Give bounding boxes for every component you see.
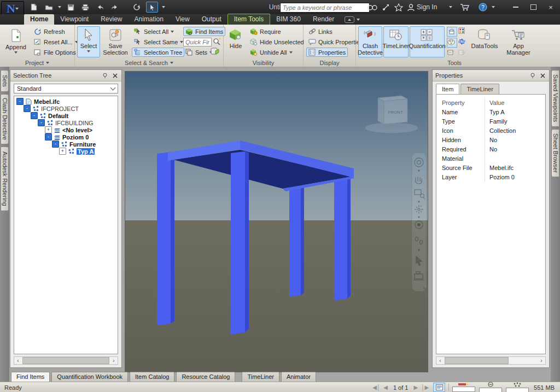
property-row-icon[interactable]: IconCollection xyxy=(436,126,545,135)
tools-small-button-6[interactable] xyxy=(458,49,467,57)
tab-timeliner[interactable]: TimeLiner xyxy=(460,84,499,94)
tree-item-ifcbuilding[interactable]: - IFCBUILDING xyxy=(14,119,118,126)
unhide-all-button[interactable]: Unhide All xyxy=(248,48,295,57)
tree-item-mebel-ifc[interactable]: - Mebel.ifc xyxy=(14,98,118,105)
table-leg-back-left[interactable] xyxy=(289,180,301,297)
select-search-group-label[interactable]: Select & Search xyxy=(75,59,223,67)
help-button[interactable]: ? xyxy=(479,3,487,11)
collapse-icon[interactable]: - xyxy=(31,112,38,119)
pin-icon[interactable] xyxy=(101,72,109,79)
reset-all-button[interactable]: Reset All... xyxy=(32,37,80,46)
app-manager-button[interactable]: App Manager xyxy=(503,26,534,57)
print-button[interactable] xyxy=(80,2,91,12)
select-tool-button[interactable] xyxy=(146,2,158,13)
previous-sheet-button[interactable]: ◀ xyxy=(383,384,388,390)
scroll-right-icon[interactable]: › xyxy=(110,358,118,364)
clash-detective-button[interactable]: Clash Detective xyxy=(358,26,382,57)
project-group-label[interactable]: Project xyxy=(0,59,74,67)
tree-item-no-level[interactable]: + <No level> xyxy=(14,126,118,133)
properties-header[interactable]: Properties xyxy=(433,70,549,81)
ribbon-display-toggle[interactable] xyxy=(345,16,360,25)
expand-icon[interactable]: + xyxy=(45,126,52,133)
table-leg-back-right[interactable] xyxy=(334,177,347,301)
tools-small-button-3[interactable] xyxy=(447,49,456,57)
dock-tab-animator[interactable]: Animator xyxy=(281,372,316,382)
hide-button[interactable]: Hide xyxy=(226,26,246,57)
datatools-button[interactable]: DataTools xyxy=(471,26,498,57)
tools-small-button-1[interactable] xyxy=(447,27,457,37)
tree-item-default[interactable]: - Default xyxy=(14,112,118,119)
manage-sets-button[interactable] xyxy=(211,47,220,56)
sign-in-dropdown-icon[interactable] xyxy=(449,6,452,8)
tree-item-furniture[interactable]: - Furniture xyxy=(14,141,118,148)
dock-tab-find-items[interactable]: Find Items xyxy=(11,372,50,382)
save-selection-button[interactable]: Save Selection xyxy=(102,26,129,57)
tree-item-typ-a[interactable]: + Typ A xyxy=(14,148,118,155)
quick-find-button[interactable] xyxy=(213,38,221,46)
selection-tree-button[interactable]: Selection Tree xyxy=(132,48,184,57)
dock-tab-clash-detective[interactable]: Clash Detective xyxy=(1,94,9,144)
close-icon[interactable] xyxy=(539,72,546,79)
navigation-bar[interactable] xyxy=(412,153,427,291)
collapse-icon[interactable]: - xyxy=(24,105,31,112)
collapse-icon[interactable]: - xyxy=(16,98,24,105)
viewport-3d[interactable]: FRONT xyxy=(125,71,428,372)
tab-review[interactable]: Review xyxy=(95,14,128,25)
store-cart-icon[interactable] xyxy=(460,3,470,11)
tree-item-poziom-0[interactable]: - Poziom 0 xyxy=(14,133,118,141)
tools-group-label[interactable]: Tools xyxy=(356,59,553,67)
help-dropdown-icon[interactable] xyxy=(492,6,495,8)
tab-viewpoint[interactable]: Viewpoint xyxy=(54,14,95,25)
dock-tab-item-catalog[interactable]: Item Catalog xyxy=(130,372,174,382)
tab-bim360[interactable]: BIM 360 xyxy=(270,14,307,25)
search-binoculars-icon[interactable] xyxy=(368,3,377,11)
dock-tab-sets[interactable]: Sets xyxy=(1,70,9,92)
tools-small-button-2[interactable] xyxy=(447,38,457,48)
new-file-button[interactable] xyxy=(28,2,39,12)
tab-home[interactable]: Home xyxy=(24,14,54,25)
property-row-type[interactable]: TypeFamily xyxy=(436,116,545,126)
expand-icon[interactable]: + xyxy=(59,148,66,155)
dock-tab-resource-catalog[interactable]: Resource Catalog xyxy=(176,372,235,382)
timeliner-button[interactable]: TimeLiner xyxy=(383,26,409,57)
open-dropdown-icon[interactable] xyxy=(58,6,61,8)
tab-render[interactable]: Render xyxy=(307,14,340,25)
quick-find-input[interactable] xyxy=(183,38,212,46)
sign-in-button[interactable]: Sign In xyxy=(407,3,437,11)
property-row-layer[interactable]: LayerPoziom 0 xyxy=(436,172,545,182)
favorites-star-icon[interactable] xyxy=(394,3,403,11)
property-row-material[interactable]: Material xyxy=(436,154,545,163)
tree-mode-select[interactable]: Standard xyxy=(14,84,118,93)
table-leg-front-left[interactable] xyxy=(157,152,171,325)
last-sheet-button[interactable]: │▶ xyxy=(421,384,429,390)
collapse-icon[interactable]: - xyxy=(38,119,45,126)
visibility-group-label[interactable]: Visibility xyxy=(224,59,303,67)
close-button[interactable]: × xyxy=(542,1,559,13)
search-input[interactable] xyxy=(280,3,370,13)
property-row-name[interactable]: NameTyp A xyxy=(436,107,545,116)
select-button[interactable]: Select xyxy=(77,26,100,57)
property-row-source-file[interactable]: Source FileMebel.ifc xyxy=(436,163,545,172)
scroll-left-icon[interactable]: ‹ xyxy=(14,358,22,364)
hide-unselected-button[interactable]: Hide Unselected xyxy=(248,37,306,46)
pin-icon[interactable] xyxy=(529,72,536,79)
property-row-hidden[interactable]: HiddenNo xyxy=(436,135,545,144)
dock-tab-autodesk-rendering[interactable]: Autodesk Rendering xyxy=(1,147,9,211)
properties-button[interactable]: Properties xyxy=(306,48,348,57)
refresh-model-button[interactable]: Refresh xyxy=(32,27,67,36)
append-button[interactable]: Append xyxy=(3,26,28,57)
minimize-button[interactable] xyxy=(508,1,524,13)
collapse-icon[interactable]: - xyxy=(45,133,52,141)
table-leg-front-mid[interactable] xyxy=(231,151,245,335)
scrollbar-thumb[interactable] xyxy=(22,357,109,364)
selection-tree-header[interactable]: Selection Tree xyxy=(10,70,121,81)
tools-small-button-4[interactable] xyxy=(458,27,467,36)
sheet-browser-button[interactable] xyxy=(433,383,445,392)
first-sheet-button[interactable]: ◀│ xyxy=(372,384,380,390)
redo-button[interactable] xyxy=(109,2,120,12)
select-all-button[interactable]: Select All xyxy=(132,27,176,36)
display-group-label[interactable]: Display xyxy=(304,59,355,67)
tree-item-ifcproject[interactable]: - IFCPROJECT xyxy=(14,105,118,112)
close-icon[interactable] xyxy=(111,72,119,79)
select-same-button[interactable]: Select Same xyxy=(132,37,185,46)
